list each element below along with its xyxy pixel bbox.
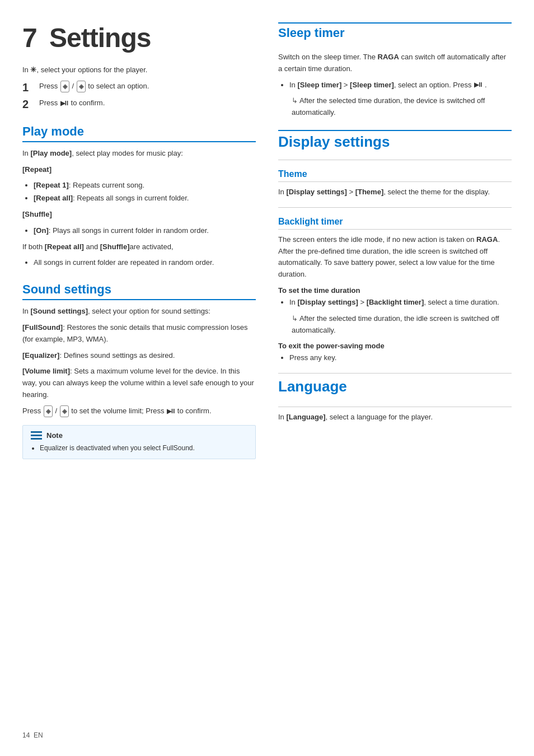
both-item-1: All songs in current folder are repeated… (34, 257, 256, 269)
sleep-timer-list: In [Sleep timer] > [Sleep timer], select… (289, 80, 512, 91)
language-heading: Language (278, 378, 512, 398)
volume-limit-text: [Volume limit]: Sets a maximum volume le… (22, 366, 256, 400)
set-time-sub-list: After the selected time duration, the id… (292, 313, 512, 337)
theme-subheading: Theme (278, 169, 512, 182)
shuffle-item-1: [On]: Plays all songs in current folder … (34, 225, 256, 237)
set-time-list: In [Display settings] > [Backlight timer… (289, 297, 512, 309)
nav-left-icon: ◈ (60, 81, 69, 92)
language-text: In [Language], select a language for the… (278, 412, 512, 423)
note-list: Equalizer is deactivated when you select… (40, 443, 247, 453)
step-2: 2 Press ▶II to confirm. (22, 97, 256, 111)
language-divider (278, 373, 512, 374)
play-pause-icon: ▶II (60, 99, 68, 108)
both-list: All songs in current folder are repeated… (34, 257, 256, 269)
repeat-label: [Repeat] (22, 164, 256, 176)
both-text: If both [Repeat all] and [Shuffle]are ac… (22, 241, 256, 253)
theme-text: In [Display settings] > [Theme], select … (278, 186, 512, 198)
play-mode-heading: Play mode (22, 124, 256, 142)
sleep-timer-sub-list: After the selected time duration, the de… (292, 95, 512, 119)
nav-right2-icon: ◈ (60, 405, 69, 418)
set-time-item-1: In [Display settings] > [Backlight timer… (289, 297, 512, 309)
shuffle-list: [On]: Plays all songs in current folder … (34, 225, 256, 237)
press-confirm-text: Press ◈ / ◈ to set the volume limit; Pre… (22, 405, 256, 418)
nav-left2-icon: ◈ (44, 405, 53, 418)
theme-divider (278, 160, 512, 160)
shuffle-label: [Shuffle] (22, 209, 256, 221)
repeat-list: [Repeat 1]: Repeats current song. [Repea… (34, 180, 256, 204)
exit-list: Press any key. (289, 352, 512, 364)
intro-text: In ✳, select your options for the player… (22, 64, 256, 76)
sound-settings-heading: Sound settings (22, 282, 256, 300)
set-time-sub-item-1: After the selected time duration, the id… (292, 313, 512, 337)
chapter-title: 7 Settings (22, 22, 256, 53)
page-number: 14 EN (22, 731, 43, 739)
note-item-1: Equalizer is deactivated when you select… (40, 443, 247, 453)
backlight-timer-subheading: Backlight timer (278, 217, 512, 230)
play-pause3-icon: ▶II (474, 80, 482, 90)
backlight-intro: The screen enters the idle mode, if no n… (278, 234, 512, 281)
to-exit-label: To exit the power-saving mode (278, 342, 512, 350)
repeat-item-2: [Repeat all]: Repeats all songs in curre… (34, 193, 256, 204)
exit-item-1: Press any key. (289, 352, 512, 364)
sleep-timer-intro: Switch on the sleep timer. The RAGA can … (278, 52, 512, 75)
sleep-timer-heading: Sleep timer (278, 26, 512, 40)
repeat-item-1: [Repeat 1]: Repeats current song. (34, 180, 256, 192)
note-box: Note Equalizer is deactivated when you s… (22, 425, 256, 459)
fullsound-text: [FullSound]: Restores the sonic details … (22, 322, 256, 346)
display-settings-heading: Display settings (278, 133, 512, 151)
note-header: Note (31, 431, 247, 440)
nav-right-icon: ◈ (77, 81, 86, 92)
sleep-timer-section: Sleep timer (278, 22, 512, 40)
sleep-timer-item-1: In [Sleep timer] > [Sleep timer], select… (289, 80, 512, 91)
note-lines-icon (31, 431, 42, 440)
play-mode-intro: In [Play mode], select play modes for mu… (22, 148, 256, 160)
play-pause2-icon: ▶II (167, 407, 175, 417)
to-set-label: To set the time duration (278, 286, 512, 295)
sleep-timer-sub-item-1: After the selected time duration, the de… (292, 95, 512, 119)
display-settings-section: Display settings (278, 130, 512, 151)
backlight-divider (278, 207, 512, 208)
sound-intro: In [Sound settings], select your option … (22, 306, 256, 318)
language-bottom-divider (278, 407, 512, 407)
equalizer-text: [Equalizer]: Defines sound settings as d… (22, 350, 256, 362)
step-1: 1 Press ◈ / ◈ to select an option. (22, 81, 256, 94)
